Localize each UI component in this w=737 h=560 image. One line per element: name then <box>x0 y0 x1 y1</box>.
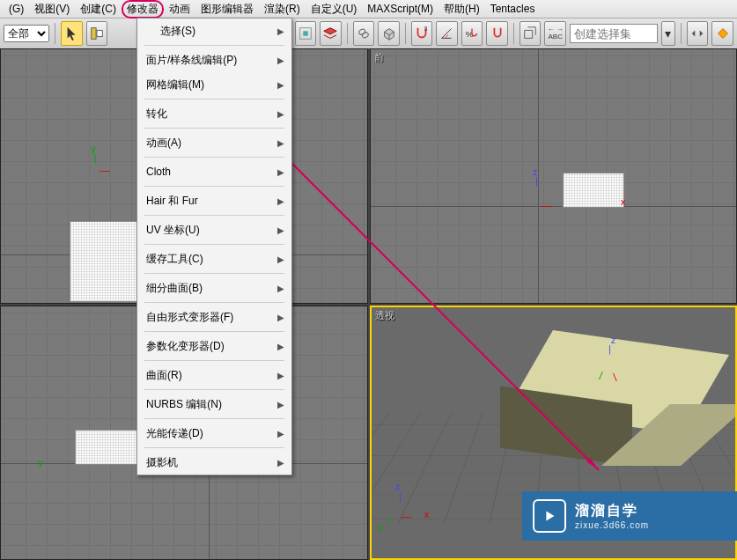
menu-item-6[interactable]: 渲染(R) <box>259 0 306 18</box>
menu-item-1[interactable]: 视图(V) <box>29 0 75 18</box>
menu-item-5[interactable]: 图形编辑器 <box>195 0 259 18</box>
menu-item[interactable]: 转化▶ <box>137 101 291 126</box>
menu-divider <box>144 389 284 390</box>
watermark-title: 溜溜自学 <box>575 502 649 520</box>
submenu-arrow-icon: ▶ <box>277 342 284 351</box>
svg-text:3: 3 <box>424 26 428 32</box>
menu-item[interactable]: 细分曲面(B)▶ <box>137 276 291 300</box>
isolate-tool[interactable] <box>295 21 317 46</box>
layer-tool[interactable] <box>320 21 342 46</box>
submenu-arrow-icon: ▶ <box>277 313 284 322</box>
submenu-arrow-icon: ▶ <box>277 167 284 177</box>
menu-divider <box>144 273 284 274</box>
menu-item-label: UV 坐标(U) <box>146 223 200 238</box>
menu-item-label: 转化 <box>146 107 167 122</box>
box-tool[interactable] <box>378 21 400 46</box>
submenu-arrow-icon: ▶ <box>277 429 284 438</box>
menu-item[interactable]: 网格编辑(M)▶ <box>137 72 291 97</box>
menu-item[interactable]: 选择(S)▶ <box>137 18 291 43</box>
abc-tool[interactable]: ← →ABC <box>544 21 566 46</box>
menu-item-3[interactable]: 修改器 <box>122 0 164 18</box>
submenu-arrow-icon: ▶ <box>277 254 284 264</box>
toolbar-separator <box>681 23 682 44</box>
spinner-snap-toggle[interactable] <box>486 21 508 46</box>
menu-divider <box>144 360 284 361</box>
modifier-menu-dropdown[interactable]: 选择(S)▶面片/样条线编辑(P)▶网格编辑(M)▶转化▶动画(A)▶Cloth… <box>136 18 292 475</box>
named-selection-input[interactable] <box>570 24 658 43</box>
viewport-label: 透视 <box>375 309 394 322</box>
menu-item-label: 网格编辑(M) <box>146 77 204 92</box>
object-box[interactable] <box>512 343 724 492</box>
menu-item[interactable]: 摄影机▶ <box>137 450 291 475</box>
mirror-tool[interactable] <box>687 21 709 46</box>
svg-point-5 <box>361 32 369 39</box>
menu-item[interactable]: 动画(A)▶ <box>137 130 291 155</box>
menu-item[interactable]: 参数化变形器(D)▶ <box>137 334 291 358</box>
submenu-arrow-icon: ▶ <box>277 138 284 148</box>
svg-rect-0 <box>92 28 96 40</box>
link-tool[interactable] <box>353 21 375 46</box>
menu-item-label: 选择(S) <box>160 24 195 39</box>
menu-item[interactable]: NURBS 编辑(N)▶ <box>137 392 291 416</box>
menu-divider <box>144 99 284 99</box>
menu-item-label: 动画(A) <box>146 136 181 151</box>
toolbar-separator <box>347 23 348 44</box>
viewport-area: | y —— 前 | z —— x y 透视 | <box>0 48 737 560</box>
menu-item[interactable]: 自由形式变形器(F)▶ <box>137 305 291 329</box>
submenu-arrow-icon: ▶ <box>277 225 284 235</box>
menu-divider <box>144 45 284 46</box>
menubar: (G)视图(V)创建(C)修改器动画图形编辑器渲染(R)自定义(U)MAXScr… <box>0 0 737 18</box>
menu-divider <box>144 128 284 129</box>
menu-item-label: 曲面(R) <box>146 368 182 383</box>
viewport-label: 前 <box>374 51 384 64</box>
menu-divider <box>144 215 284 216</box>
viewport-top-right[interactable]: 前 | z —— x <box>370 48 738 304</box>
submenu-arrow-icon: ▶ <box>277 109 284 119</box>
menu-item-0[interactable]: (G) <box>4 1 29 17</box>
watermark-banner: 溜溜自学 zixue.3d66.com <box>522 491 737 541</box>
angle-snap-toggle[interactable] <box>436 21 458 46</box>
menu-divider <box>144 244 284 245</box>
filter-select[interactable]: 全部 <box>4 25 49 42</box>
menu-item-8[interactable]: MAXScript(M) <box>362 1 439 17</box>
menu-item[interactable]: Cloth▶ <box>137 159 291 184</box>
toolbar-separator <box>55 23 55 44</box>
menu-item[interactable]: 光能传递(D)▶ <box>137 421 291 446</box>
percent-snap-toggle[interactable]: % <box>461 21 483 46</box>
menu-divider <box>144 186 284 187</box>
play-icon <box>533 499 566 533</box>
menu-item-label: 自由形式变形器(F) <box>146 310 233 325</box>
selection-dropdown[interactable]: ▾ <box>661 21 675 46</box>
menu-item[interactable]: 曲面(R)▶ <box>137 363 291 387</box>
axis-horizontal <box>371 206 737 207</box>
menu-item-4[interactable]: 动画 <box>164 0 195 18</box>
svg-rect-3 <box>303 31 307 35</box>
menu-divider <box>144 302 284 303</box>
menu-item[interactable]: UV 坐标(U)▶ <box>137 217 291 242</box>
svg-rect-1 <box>97 30 102 36</box>
object-wireframe[interactable] <box>563 173 624 208</box>
menu-divider <box>144 157 284 158</box>
submenu-arrow-icon: ▶ <box>277 284 284 293</box>
menu-item-label: 缓存工具(C) <box>146 252 203 267</box>
menu-item-7[interactable]: 自定义(U) <box>306 0 363 18</box>
menu-divider <box>144 447 284 448</box>
edit-named-sel[interactable] <box>520 21 542 46</box>
menu-item-2[interactable]: 创建(C) <box>75 0 122 18</box>
align-tool[interactable] <box>711 21 733 46</box>
submenu-arrow-icon: ▶ <box>277 458 284 468</box>
toolbar-separator <box>405 23 406 44</box>
menu-item-label: 细分曲面(B) <box>146 281 203 296</box>
menu-item-10[interactable]: Tentacles <box>485 1 541 17</box>
select-tool[interactable] <box>61 21 83 46</box>
snap-toggle[interactable]: 3 <box>411 21 433 46</box>
submenu-arrow-icon: ▶ <box>277 26 284 36</box>
menu-item[interactable]: 缓存工具(C)▶ <box>137 247 291 271</box>
menu-item[interactable]: Hair 和 Fur▶ <box>137 188 291 213</box>
menu-item-label: Cloth <box>146 166 171 178</box>
menu-item[interactable]: 面片/样条线编辑(P)▶ <box>137 48 291 72</box>
select-by-name-tool[interactable] <box>86 21 108 46</box>
menu-item-9[interactable]: 帮助(H) <box>439 0 485 18</box>
menu-item-label: 面片/样条线编辑(P) <box>146 53 237 68</box>
menu-item-label: 摄影机 <box>146 455 178 470</box>
